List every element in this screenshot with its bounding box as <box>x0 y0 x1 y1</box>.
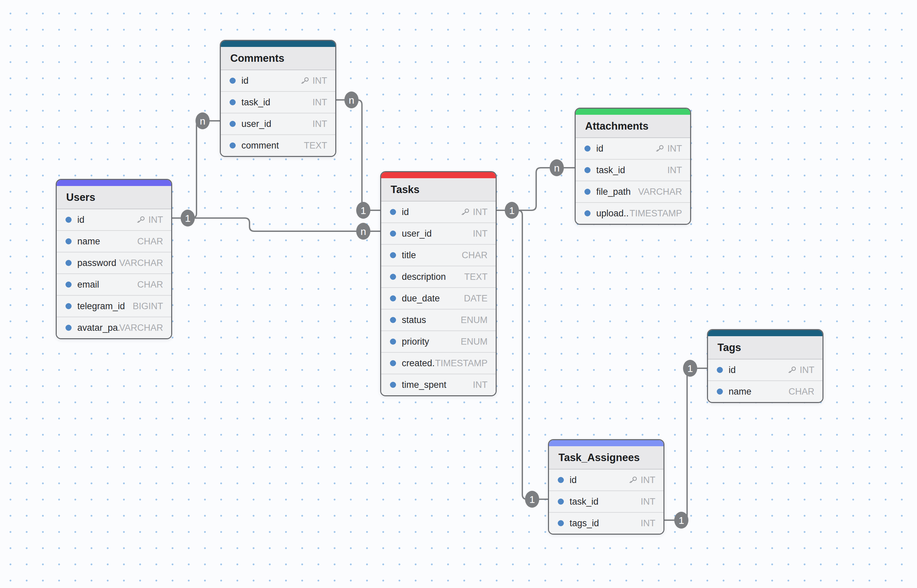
field-type: TEXT <box>304 141 327 151</box>
field-type: VARCHAR <box>119 323 163 333</box>
field-row[interactable]: name CHAR <box>708 380 822 402</box>
svg-text:1: 1 <box>687 363 693 374</box>
field-row[interactable]: avatar_pa... VARCHAR <box>57 317 171 338</box>
field-name: user_id <box>241 119 313 129</box>
table-tasks[interactable]: Tasks id INT user_id INT title CHAR desc… <box>380 171 497 396</box>
field-dot-icon <box>66 303 71 309</box>
primary-key-icon <box>136 215 146 225</box>
field-type: INT <box>668 165 682 176</box>
field-name: tags_id <box>569 518 641 528</box>
relationship-users-comments[interactable] <box>171 121 221 218</box>
field-type: ENUM <box>461 315 488 325</box>
relationship-users-tasks[interactable] <box>171 218 382 231</box>
field-row[interactable]: description TEXT <box>381 266 496 287</box>
field-row[interactable]: user_id INT <box>221 113 335 134</box>
field-name: telegram_id <box>77 301 133 312</box>
field-row[interactable]: task_id INT <box>549 491 663 512</box>
table-title[interactable]: Task_Assignees <box>549 446 663 470</box>
relationship-tasks-attachments[interactable] <box>495 168 576 210</box>
field-type: INT <box>461 207 488 217</box>
field-name: password <box>77 258 119 268</box>
field-type: INT <box>301 76 328 86</box>
relationship-tasks-comments[interactable] <box>334 100 382 210</box>
table-title[interactable]: Tags <box>708 336 822 360</box>
svg-text:1: 1 <box>185 213 191 224</box>
field-dot-icon <box>390 252 396 258</box>
field-row[interactable]: file_path VARCHAR <box>576 181 690 202</box>
field-name: task_id <box>596 165 668 176</box>
table-title[interactable]: Users <box>57 186 171 209</box>
field-row[interactable]: user_id INT <box>381 223 496 244</box>
field-row[interactable]: password VARCHAR <box>57 252 171 273</box>
field-row[interactable]: id INT <box>381 202 496 223</box>
field-row[interactable]: time_spent INT <box>381 374 496 395</box>
field-row[interactable]: id INT <box>57 209 171 230</box>
field-name: status <box>402 315 461 325</box>
field-row[interactable]: due_date DATE <box>381 287 496 309</box>
field-row[interactable]: telegram_id BIGINT <box>57 295 171 317</box>
field-row[interactable]: task_id INT <box>576 159 690 181</box>
field-dot-icon <box>230 78 236 84</box>
field-dot-icon <box>558 477 564 483</box>
table-tags[interactable]: Tags id INT name CHAR <box>707 329 823 403</box>
field-type: INT <box>655 144 682 154</box>
primary-key-icon <box>461 208 470 217</box>
table-accent-bar <box>576 109 690 115</box>
svg-text:n: n <box>554 162 560 173</box>
table-task-assignees[interactable]: Task_Assignees id INT task_id INT tags_i… <box>548 439 665 535</box>
field-name: created... <box>402 358 435 368</box>
field-dot-icon <box>584 210 590 216</box>
field-row[interactable]: comment TEXT <box>221 134 335 156</box>
table-title[interactable]: Comments <box>221 47 335 70</box>
field-row[interactable]: tags_id INT <box>549 512 663 534</box>
field-row[interactable]: id INT <box>549 470 663 491</box>
field-row[interactable]: name CHAR <box>57 230 171 252</box>
field-name: user_id <box>402 228 473 239</box>
cardinality-badge: 1 <box>525 491 539 508</box>
table-title[interactable]: Tasks <box>381 178 496 202</box>
field-dot-icon <box>584 167 590 173</box>
field-row[interactable]: upload... TIMESTAMP <box>576 202 690 224</box>
field-type: INT <box>136 215 163 225</box>
table-accent-bar <box>221 41 335 47</box>
table-comments[interactable]: Comments id INT task_id INT user_id INT … <box>220 40 336 157</box>
primary-key-icon <box>301 76 310 86</box>
field-dot-icon <box>717 367 723 373</box>
relationship-tasks-task-assignees[interactable] <box>495 210 549 499</box>
table-accent-bar <box>708 330 822 336</box>
relationship-tags-task-assignees[interactable] <box>662 368 708 520</box>
svg-text:n: n <box>349 95 354 106</box>
primary-key-icon <box>629 476 638 485</box>
field-dot-icon <box>390 231 396 237</box>
svg-text:1: 1 <box>529 494 535 505</box>
field-type: BIGINT <box>133 301 163 312</box>
cardinality-badge: 1 <box>505 202 519 219</box>
field-row[interactable]: email CHAR <box>57 273 171 295</box>
table-attachments[interactable]: Attachments id INT task_id INT file_path… <box>575 108 691 225</box>
field-row[interactable]: id INT <box>576 138 690 159</box>
diagram-canvas[interactable]: 1 n n n 1 1 n 1 <box>0 0 917 588</box>
field-row[interactable]: id INT <box>708 360 822 380</box>
field-row[interactable]: created... TIMESTAMP <box>381 352 496 374</box>
field-row[interactable]: task_id INT <box>221 91 335 113</box>
field-row[interactable]: status ENUM <box>381 309 496 330</box>
field-type: DATE <box>464 293 488 304</box>
field-name: id <box>241 76 301 86</box>
table-accent-bar <box>381 172 496 178</box>
field-row[interactable]: title CHAR <box>381 244 496 266</box>
field-name: id <box>402 207 461 217</box>
field-dot-icon <box>230 121 236 127</box>
table-users[interactable]: Users id INT name CHAR password VARCHAR … <box>56 179 172 339</box>
field-name: due_date <box>402 293 464 304</box>
field-type: TIMESTAMP <box>435 358 488 368</box>
field-dot-icon <box>558 520 564 526</box>
cardinality-badge: n <box>550 159 564 176</box>
table-title[interactable]: Attachments <box>576 115 690 138</box>
table-accent-bar <box>57 180 171 186</box>
field-dot-icon <box>230 142 236 149</box>
field-row[interactable]: id INT <box>221 70 335 91</box>
field-dot-icon <box>66 281 71 288</box>
field-type: VARCHAR <box>119 258 163 268</box>
field-row[interactable]: priority ENUM <box>381 330 496 352</box>
cardinality-badge: 1 <box>683 360 697 377</box>
